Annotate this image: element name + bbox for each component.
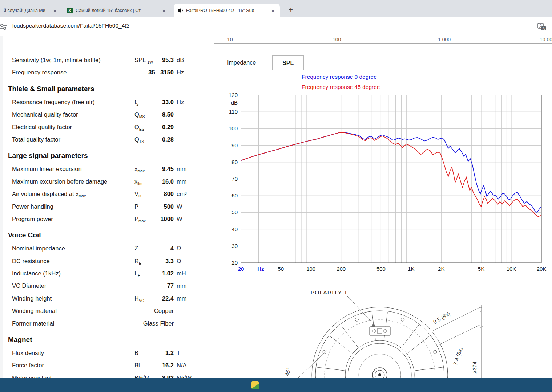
page-left-gutter [0, 36, 3, 378]
spec-value: 0.29 [134, 121, 174, 133]
scrolled-chart-strip: 101001 00010 000 [214, 36, 552, 44]
spec-row: Nominal impedanceZ4Ω [8, 242, 206, 254]
svg-text:5K: 5K [478, 266, 484, 272]
svg-text:110: 110 [229, 109, 238, 115]
spec-row: Resonance frequency (free air)fS33.0Hz [8, 96, 206, 108]
spec-row: Maximum excursion before damagexlim16.0m… [8, 175, 206, 188]
svg-text:80: 80 [231, 159, 238, 165]
svg-text:20K: 20K [537, 266, 547, 272]
spec-row: Force factorBl16.2N/A [8, 359, 206, 371]
spec-row: Former materialGlass Fiber [8, 317, 206, 330]
chart-legend: Frequency response 0 degreeFrequency res… [244, 72, 380, 92]
spec-value: Copper [134, 305, 174, 317]
browser-tab[interactable]: й случай! Диана Ми× [0, 4, 62, 17]
spec-label: Electrical quality factor [12, 121, 72, 133]
spec-value: 35 - 3150 [134, 66, 174, 78]
spec-row: Power handlingP500W [8, 200, 206, 213]
spec-value: 3.3 [134, 255, 174, 267]
spec-unit: mm [177, 292, 187, 305]
svg-text:A: A [543, 27, 545, 30]
spec-unit: N/A [177, 359, 187, 371]
spec-label: Maximum linear excursion [12, 163, 82, 175]
svg-text:50: 50 [278, 266, 284, 272]
spec-label: VC Diameter [12, 279, 46, 292]
spec-unit: mm [177, 175, 187, 188]
taskbar [0, 378, 552, 392]
tab-strip: й случай! Диана Ми×SСамый лёгкий 15" бас… [0, 0, 552, 17]
speaker-rear-view [298, 296, 483, 378]
tab-close-icon[interactable]: × [161, 8, 167, 14]
legend-label: Frequency response 0 degree [302, 74, 377, 80]
site-info-icon[interactable] [0, 23, 8, 31]
dim-label-diameter: ø374 [471, 362, 478, 374]
speaker-drawing-svg: 9.5 (8x) 7.4 (8x) ø374 45° [276, 287, 494, 378]
spec-unit: Hz [177, 66, 184, 78]
spec-row: Inductance (1kHz)LE1.02mH [8, 267, 206, 279]
terminal-block [369, 327, 390, 335]
tab-title: й случай! Диана Ми [4, 8, 49, 13]
tab-separator [63, 8, 63, 13]
spec-unit: Ω [177, 255, 181, 267]
svg-text:70: 70 [231, 176, 238, 182]
chart-axis-labels: 1201101009080706050403020dB20Hz501002005… [229, 92, 546, 272]
chart-tab-spl[interactable]: SPL [272, 55, 304, 70]
svg-text:2K: 2K [438, 266, 444, 272]
dim-label-7-4: 7.4 (8x) [452, 346, 464, 366]
spec-row: Program powerPmax1000W [8, 213, 206, 225]
browser-tab[interactable]: FaitalPRO 15FH500 4Ω - 15" Sub× [174, 4, 280, 17]
chart-gridlines [241, 95, 541, 263]
spec-table: Sensitivity (1w, 1m, infinite baffle)SPL… [8, 54, 206, 384]
scrolled-axis-label: 1 000 [438, 37, 451, 42]
chart-tab-impedance[interactable]: Impedance [217, 55, 266, 70]
dim-label-45deg: 45° [283, 367, 291, 376]
svg-text:200: 200 [337, 266, 346, 272]
spec-label: Frequency response [12, 66, 67, 78]
spec-label: Maximum excursion before damage [12, 175, 107, 188]
hub [372, 368, 387, 378]
series-frequency-response-45-degree [241, 132, 541, 217]
spec-value: 800 [134, 188, 174, 200]
spec-label: Power handling [12, 200, 53, 213]
spec-value: 8.50 [134, 108, 174, 121]
tab-close-icon[interactable]: × [270, 8, 276, 14]
url-bar[interactable]: loudspeakerdatabase.com/Faital/15FH500_4… [12, 23, 129, 29]
svg-text:90: 90 [231, 142, 238, 148]
address-toolbar: loudspeakerdatabase.com/Faital/15FH500_4… [0, 17, 552, 36]
spec-unit: T [177, 347, 180, 359]
spec-row: DC resistanceRE3.3Ω [8, 255, 206, 267]
spec-unit: mH [177, 267, 186, 279]
spec-row: Winding heightHVC22.4mm [8, 292, 206, 305]
spec-row: Winding materialCopper [8, 305, 206, 317]
translate-icon[interactable]: 文 A [537, 23, 547, 31]
spec-value: 9.45 [134, 163, 174, 175]
spec-row: Mechanical quality factorQMS8.50 [8, 108, 206, 121]
tab-close-icon[interactable]: × [52, 8, 58, 14]
legend-line-swatch [244, 87, 298, 87]
tab-title: FaitalPRO 15FH500 4Ω - 15" Sub [186, 8, 267, 13]
spec-label-sub: max [78, 194, 86, 198]
taskbar-app-icon[interactable] [251, 381, 259, 389]
dim-label-9-5: 9.5 (8x) [432, 310, 451, 325]
spec-label: Total quality factor [12, 133, 60, 146]
new-tab-button[interactable]: + [286, 5, 296, 15]
spec-row: Frequency response35 - 3150Hz [8, 66, 206, 78]
dimension-lines [298, 296, 483, 378]
spec-label: Sensitivity (1w, 1m, infinite baffle) [12, 54, 101, 66]
spec-row: Air volume displaced at xmaxVD800cm³ [8, 188, 206, 200]
spec-value: 22.4 [134, 292, 174, 305]
spec-label: Program power [12, 213, 53, 225]
svg-text:60: 60 [231, 192, 238, 199]
spec-value: 0.28 [134, 133, 174, 146]
svg-text:40: 40 [231, 226, 238, 232]
svg-text:50: 50 [231, 209, 238, 215]
chart-curves [241, 132, 541, 217]
browser-tab[interactable]: SСамый лёгкий 15" басовик | Ст× [63, 4, 171, 17]
spec-value: 1000 [134, 213, 174, 225]
spec-unit: W [177, 200, 182, 213]
spec-value: 95.3 [134, 54, 174, 66]
spec-section-heading: Thiele & Small parameters [8, 83, 206, 94]
spec-value: 1.2 [134, 347, 174, 359]
spec-label: Winding material [12, 305, 57, 317]
svg-text:500: 500 [376, 266, 386, 272]
page-content[interactable]: Sensitivity (1w, 1m, infinite baffle)SPL… [0, 36, 552, 392]
